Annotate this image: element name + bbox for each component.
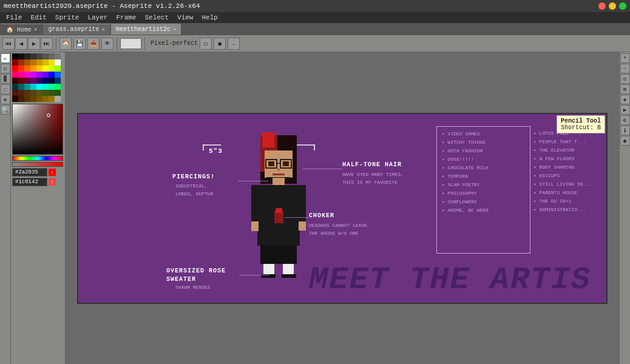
palette-cell-40[interactable] xyxy=(12,84,18,90)
palette-cell-51[interactable] xyxy=(30,90,36,96)
toolbar-first-btn[interactable]: ⏮ xyxy=(2,38,15,50)
palette-cell-27[interactable] xyxy=(30,72,36,78)
palette-cell-54[interactable] xyxy=(49,90,55,96)
palette-cell-23[interactable] xyxy=(55,66,61,72)
palette-cell-1[interactable] xyxy=(18,53,24,59)
menu-view[interactable]: View xyxy=(174,13,197,22)
palette-cell-45[interactable] xyxy=(42,84,49,90)
minimize-button[interactable] xyxy=(609,2,616,10)
palette-cell-57[interactable] xyxy=(18,96,24,102)
menu-help[interactable]: Help xyxy=(198,13,221,22)
palette-cell-30[interactable] xyxy=(49,72,55,78)
toolbar-save-btn[interactable]: 💾 xyxy=(73,38,86,50)
menu-layer[interactable]: Layer xyxy=(84,13,111,22)
palette-cell-56[interactable] xyxy=(12,96,18,102)
toolbar-view-btn[interactable]: 👁 xyxy=(101,38,113,50)
palette-cell-24[interactable] xyxy=(12,72,18,78)
menu-edit[interactable]: Edit xyxy=(27,13,50,22)
menu-file[interactable]: File xyxy=(2,13,25,22)
palette-cell-61[interactable] xyxy=(42,96,49,102)
palette-cell-32[interactable] xyxy=(12,78,18,84)
palette-cell-26[interactable] xyxy=(24,72,30,78)
palette-cell-62[interactable] xyxy=(49,96,55,102)
palette-cell-46[interactable] xyxy=(49,84,55,90)
fg-hex-display[interactable]: #2a2835 xyxy=(12,168,47,177)
move-tool[interactable]: ✥ xyxy=(1,95,10,104)
palette-cell-44[interactable] xyxy=(36,84,42,90)
tab-grass[interactable]: grass.aseprite ✕ xyxy=(43,24,109,35)
bg-hex-display[interactable]: #1c0142 xyxy=(12,178,47,186)
tab-meettheartist-close[interactable]: ✕ xyxy=(173,26,176,33)
palette-cell-25[interactable] xyxy=(18,72,24,78)
palette-cell-20[interactable] xyxy=(36,66,42,72)
palette-cell-4[interactable] xyxy=(36,53,42,59)
palette-cell-35[interactable] xyxy=(30,78,36,84)
palette-cell-50[interactable] xyxy=(24,90,30,96)
toolbar-pp-btn2[interactable]: ◼ xyxy=(214,38,226,50)
toolbar-prev-btn[interactable]: ◀ xyxy=(15,38,27,50)
palette-cell-14[interactable] xyxy=(49,59,55,66)
palette-cell-18[interactable] xyxy=(24,66,30,72)
palette-cell-53[interactable] xyxy=(42,90,49,96)
palette-cell-29[interactable] xyxy=(42,72,49,78)
menu-select[interactable]: Select xyxy=(141,13,172,22)
right-tool-zoom-in[interactable]: + xyxy=(620,53,630,63)
palette-cell-22[interactable] xyxy=(49,66,55,72)
palette-cell-38[interactable] xyxy=(49,78,55,84)
palette-cell-3[interactable] xyxy=(30,53,36,59)
palette-cell-58[interactable] xyxy=(24,96,30,102)
palette-cell-13[interactable] xyxy=(42,59,49,66)
right-tool-onion[interactable]: ◈ xyxy=(620,95,630,104)
toolbar-home-btn[interactable]: 🏠 xyxy=(59,38,72,50)
palette-cell-36[interactable] xyxy=(36,78,42,84)
palette-cell-17[interactable] xyxy=(18,66,24,72)
tab-home-close[interactable]: ✕ xyxy=(34,26,37,33)
palette-cell-31[interactable] xyxy=(55,72,61,78)
alpha-bar[interactable] xyxy=(12,162,63,167)
palette-cell-63[interactable] xyxy=(55,96,61,102)
frame-input[interactable] xyxy=(120,38,141,49)
toolbar-pp-btn1[interactable]: ◻ xyxy=(200,38,212,50)
palette-cell-0[interactable] xyxy=(12,53,18,59)
palette-cell-11[interactable] xyxy=(30,59,36,66)
palette-cell-16[interactable] xyxy=(12,66,18,72)
fill-tool[interactable]: ▓ xyxy=(1,74,10,84)
palette-cell-52[interactable] xyxy=(36,90,42,96)
close-button[interactable] xyxy=(598,2,606,10)
tab-grass-close[interactable]: ✕ xyxy=(101,26,104,33)
menu-frame[interactable]: Frame xyxy=(112,13,140,22)
palette-cell-6[interactable] xyxy=(49,53,55,59)
palette-cell-19[interactable] xyxy=(30,66,36,72)
palette-cell-60[interactable] xyxy=(36,96,42,102)
palette-cell-39[interactable] xyxy=(55,78,61,84)
palette-cell-34[interactable] xyxy=(24,78,30,84)
hue-bar[interactable] xyxy=(12,156,63,161)
palette-cell-33[interactable] xyxy=(18,78,24,84)
sprite-canvas[interactable]: Pencil Tool Shortcut: B 5"3 PIERCINGS! I… xyxy=(77,113,608,304)
toolbar-export-btn[interactable]: 📤 xyxy=(87,38,100,50)
menu-sprite[interactable]: Sprite xyxy=(52,13,83,22)
palette-cell-43[interactable] xyxy=(30,84,36,90)
select-tool[interactable]: ⬚ xyxy=(1,84,10,94)
tab-meettheartist[interactable]: meettheartist2c ✕ xyxy=(111,24,181,35)
palette-cell-41[interactable] xyxy=(18,84,24,90)
toolbar-pp-btn3[interactable]: … xyxy=(228,38,240,50)
right-tool-fit[interactable]: ⊡ xyxy=(620,74,630,84)
palette-cell-47[interactable] xyxy=(55,84,61,90)
palette-cell-7[interactable] xyxy=(55,53,61,59)
palette-cell-10[interactable] xyxy=(24,59,30,66)
palette-cell-2[interactable] xyxy=(24,53,30,59)
palette-cell-28[interactable] xyxy=(36,72,42,78)
eraser-tool[interactable]: ◻ xyxy=(1,64,10,73)
palette-cell-15[interactable] xyxy=(55,59,61,66)
right-tool-info[interactable]: ℹ xyxy=(620,126,630,135)
palette-cell-12[interactable] xyxy=(36,59,42,66)
right-tool-grid[interactable]: ⊞ xyxy=(620,84,630,94)
pencil-tool[interactable]: ✏ xyxy=(1,53,10,63)
maximize-button[interactable] xyxy=(619,2,626,10)
right-tool-settings[interactable]: ⚙ xyxy=(620,115,630,125)
canvas-container[interactable]: Pencil Tool Shortcut: B 5"3 PIERCINGS! I… xyxy=(66,52,619,364)
palette-cell-55[interactable] xyxy=(55,90,61,96)
toolbar-next-btn[interactable]: ▶ xyxy=(28,38,40,50)
palette-cell-59[interactable] xyxy=(30,96,36,102)
